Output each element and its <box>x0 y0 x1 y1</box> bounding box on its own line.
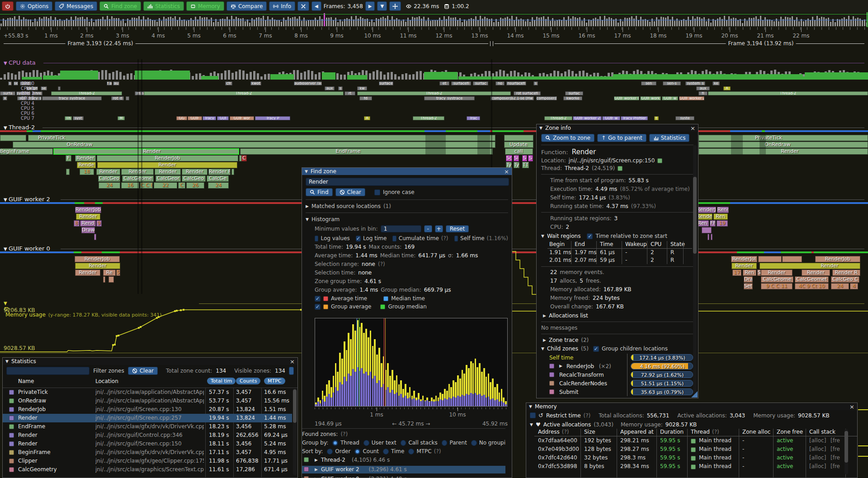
increment-button[interactable]: + <box>435 225 443 232</box>
allocation-row[interactable]: 0x7dfc53d8988 bytes298.34 ms59.95 sMain … <box>534 463 851 472</box>
histogram-section[interactable]: ▼Histogram <box>306 216 508 222</box>
cpu-zone-chip[interactable]: rot_d <box>111 96 124 100</box>
found-zone-row[interactable]: ▶Thread-2(4,105) 6.46 s <box>302 456 505 464</box>
timeline-zone[interactable]: S <box>528 155 533 161</box>
table-row[interactable]: Clipperjni/../jni/src/claw/gfx/geo/Clipp… <box>3 457 292 465</box>
timeline-zone[interactable]: 4 <box>850 283 858 289</box>
cpu-zone-chip[interactable]: GUIF wor <box>230 116 254 120</box>
find-button[interactable]: Find <box>306 188 333 196</box>
log-values-checkbox[interactable] <box>315 236 318 241</box>
zone-info-titlebar[interactable]: ▼Zone info× <box>537 124 698 132</box>
cpu-zone-chip[interactable]: t <box>654 116 659 120</box>
allocation-column-call-stack[interactable]: Call stack <box>809 429 835 435</box>
self-time-checkbox[interactable] <box>454 236 458 241</box>
timeline-zone[interactable] <box>711 234 712 240</box>
timeline-zone[interactable]: Render <box>75 155 96 161</box>
cpu-zone-chip[interactable]: Tracy Profiler <box>621 116 648 120</box>
table-row[interactable]: Renderjni/../jni/src/guif/Screen.cpp:150… <box>3 440 292 448</box>
timeline-zone[interactable]: Render <box>96 169 120 175</box>
timeline-zone[interactable] <box>231 169 234 175</box>
cpu-zone-chip[interactable]: GUIF work <box>640 96 661 100</box>
cpu-zone-chip[interactable]: sen-s <box>663 81 681 85</box>
log-time-checkbox[interactable]: ✓ <box>356 236 361 241</box>
cpu-zone-chip[interactable]: kwot <box>250 81 261 85</box>
allocation-column-zone-alloc[interactable]: Zone alloc <box>742 429 770 435</box>
cpu-zone-chip[interactable]: au <box>113 81 119 85</box>
wait-column-header[interactable]: End <box>575 241 585 247</box>
sort-by-radio-order[interactable] <box>327 449 333 454</box>
cpu-zone-chip[interactable]: composer@2.1-se (Hw <box>491 96 534 100</box>
cpu-zone-chip[interactable]: Thread-2 <box>413 116 444 120</box>
timeline-zone[interactable] <box>13 142 495 148</box>
timeline-zone[interactable] <box>760 263 860 269</box>
find-zone-window[interactable]: ▼Find zone×RenderFindClearIgnore case▶Ma… <box>302 167 512 478</box>
cpu-zone-chip[interactable]: GUIF w <box>602 116 620 120</box>
timeline-zone[interactable]: Rende <box>77 162 96 168</box>
cpu-zone-chip[interactable]: GUI <box>217 116 229 120</box>
close-icon[interactable]: × <box>849 404 854 410</box>
table-row[interactable]: OnRedrawjni/../jni/src/claw/application/… <box>3 397 292 405</box>
timeline-zone[interactable]: CalcGe <box>207 175 229 182</box>
timeline-zone[interactable] <box>94 234 96 240</box>
cpu-zone-chip[interactable]: system_s <box>685 81 705 85</box>
cpu-zone-chip[interactable]: Thread-2 <box>51 91 122 95</box>
timeline-zone-selected[interactable] <box>53 148 239 155</box>
timeline-zone[interactable]: Ty <box>514 162 519 168</box>
cpu-zone-chip[interactable]: no <box>495 81 505 85</box>
crosshair-button[interactable] <box>389 1 401 11</box>
cpu-zone-chip[interactable]: tracy_systrace <box>42 96 102 100</box>
cpu-zone-chip[interactable]: syst <box>73 116 84 120</box>
cpu-zone-chip[interactable]: surfacet <box>379 81 393 85</box>
timeline-zone[interactable]: CalcGeor <box>156 175 181 182</box>
wait-column-header[interactable]: State <box>670 241 685 247</box>
reset-button[interactable]: Reset <box>446 225 469 232</box>
group-by-radio-thread[interactable] <box>332 440 338 446</box>
statistics-scrollbar-thumb[interactable] <box>293 389 297 423</box>
timeline-zone[interactable]: RenderJ <box>696 207 716 213</box>
timeline-zone[interactable]: Render <box>696 213 712 220</box>
timeline-zone[interactable]: 9 <box>96 220 102 227</box>
toolbar-button-compare[interactable]: Compare <box>226 1 267 11</box>
timeline-zone[interactable]: Render <box>75 270 100 276</box>
cpu-zone-chip[interactable]: surfacefl <box>451 81 471 85</box>
resize-handle[interactable] <box>691 391 698 398</box>
timeline-zone[interactable] <box>504 135 533 141</box>
timeline-zone[interactable]: 8 <box>74 220 80 227</box>
timeline-zone[interactable] <box>708 234 709 240</box>
group-children-checkbox[interactable]: ✓ <box>593 346 599 352</box>
axis-span-label[interactable]: ← 45.72 ms → <box>392 421 430 427</box>
close-icon[interactable]: × <box>504 169 509 175</box>
cpu-zone-chip[interactable]: sen <box>641 81 656 85</box>
free-callstack-link[interactable]: [fre <box>830 454 840 461</box>
timeline-zone[interactable]: C <box>241 155 247 161</box>
allocation-column-duration[interactable]: Duration <box>660 429 684 435</box>
timeline-zone[interactable]: Rend <box>80 220 96 227</box>
memory-scrollbar-thumb[interactable] <box>844 431 848 463</box>
allocations-list-section[interactable]: ▶Allocations list <box>543 312 693 319</box>
timeline-zone[interactable] <box>698 148 868 155</box>
timeline-zone[interactable] <box>758 256 782 262</box>
thread-header-thread-2[interactable]: ▼ Thread-2 <box>4 124 35 131</box>
table-row[interactable]: Renderjni/../jni/src/guif/Control.cpp:34… <box>3 431 292 440</box>
timeline-zone[interactable]: Render <box>761 270 793 276</box>
timeline-zone[interactable]: S <box>757 270 761 276</box>
timeline-zone[interactable]: RenderJol <box>731 256 757 262</box>
power-button[interactable] <box>2 1 14 11</box>
cpu-zone-chip[interactable]: aux <box>325 86 335 90</box>
timeline-zone[interactable]: 22 <box>154 182 177 189</box>
timeline-zone[interactable]: Ren <box>713 213 728 220</box>
find-zone-titlebar[interactable]: ▼Find zone× <box>302 168 512 175</box>
group-by-radio-call-stacks[interactable] <box>401 440 406 446</box>
cpu-zone-chip[interactable]: GUIF worker 2 <box>679 96 704 100</box>
cumulate-time-checkbox[interactable] <box>392 236 396 241</box>
tools-button[interactable] <box>297 1 309 11</box>
find-zone-search-input[interactable]: Render <box>306 178 509 186</box>
free-callstack-link[interactable]: [fre <box>830 446 840 452</box>
timeline-zone[interactable]: Set <box>744 283 753 289</box>
cpu-zone-chip[interactable]: rt <box>344 91 355 95</box>
found-zone-row[interactable]: ▶GUIF worker 2(3,296) 4.61 s <box>302 466 505 473</box>
timeline-zone[interactable]: 19 <box>717 220 728 227</box>
alloc-callstack-link[interactable]: [alloc] <box>809 437 826 444</box>
zone-info-scrollbar-thumb[interactable] <box>693 177 697 254</box>
cpu-zone-chip[interactable]: rot surfacefl <box>514 91 541 95</box>
